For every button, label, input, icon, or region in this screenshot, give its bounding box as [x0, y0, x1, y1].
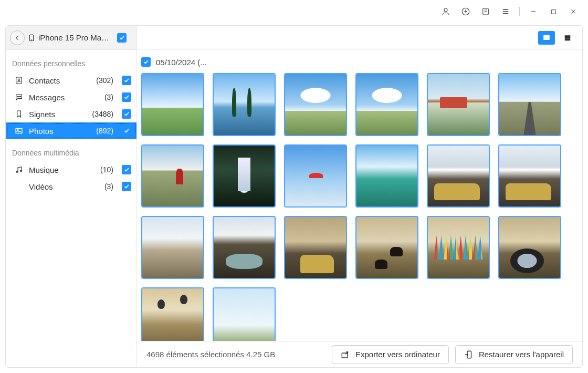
thumbnail-grid: [137, 73, 582, 341]
thumbnail[interactable]: [498, 216, 561, 279]
sidebar-item-photos[interactable]: Photos(892): [6, 122, 136, 139]
thumbnail-image: [499, 74, 560, 135]
thumbnail[interactable]: [284, 216, 347, 279]
thumbnail[interactable]: [141, 216, 204, 279]
messages-icon: [14, 93, 24, 101]
sidebar-item-checkbox[interactable]: [122, 126, 131, 136]
svg-rect-19: [342, 353, 348, 358]
footer: 4698 éléments sélectionnés 4.25 GB Expor…: [137, 341, 582, 367]
sidebar-item-checkbox[interactable]: [122, 165, 131, 174]
sidebar-item-checkbox[interactable]: [122, 92, 131, 102]
thumbnail[interactable]: [427, 144, 490, 208]
list-view-button[interactable]: [559, 31, 576, 45]
sidebar-item-musique[interactable]: Musique(10): [6, 161, 136, 178]
svg-rect-17: [565, 37, 570, 38]
minimize-icon[interactable]: [524, 2, 543, 21]
thumbnail[interactable]: [498, 73, 561, 136]
thumbnail-image: [285, 217, 346, 278]
phone-icon: [28, 33, 35, 43]
feedback-icon[interactable]: [476, 2, 495, 21]
sidebar-item-count: (10): [100, 165, 113, 174]
sidebar-item-checkbox[interactable]: [122, 76, 131, 85]
thumbnail-image: [142, 288, 203, 341]
sidebar-item-vidéos[interactable]: Vidéos(3): [6, 178, 136, 195]
device-name: iPhone 15 Pro Max...: [38, 33, 112, 42]
sidebar-item-messages[interactable]: Messages(3): [6, 89, 136, 106]
selection-status: 4698 éléments sélectionnés 4.25 GB: [146, 350, 326, 359]
thumbnail[interactable]: [427, 216, 490, 279]
svg-rect-18: [565, 39, 570, 40]
photos-icon: [14, 127, 24, 135]
sidebar-item-label: Vidéos: [29, 182, 99, 191]
thumbnail[interactable]: [213, 144, 276, 208]
thumbnail-image: [214, 217, 275, 278]
sidebar: iPhone 15 Pro Max... Données personnelle…: [6, 26, 137, 367]
sidebar-item-count: (892): [96, 127, 113, 135]
svg-point-12: [16, 171, 18, 173]
thumbnail[interactable]: [284, 73, 347, 136]
thumbnail[interactable]: [141, 144, 204, 208]
thumbnail[interactable]: [284, 144, 347, 208]
close-icon[interactable]: [564, 2, 583, 21]
sidebar-item-checkbox[interactable]: [122, 109, 131, 119]
toolbar: [137, 26, 582, 50]
svg-rect-3: [551, 9, 555, 14]
thumbnail[interactable]: [355, 144, 418, 208]
svg-point-9: [20, 96, 20, 97]
thumbnail[interactable]: [213, 287, 276, 341]
thumbnail[interactable]: [427, 73, 490, 136]
user-icon[interactable]: [436, 2, 455, 21]
sidebar-item-count: (3): [104, 182, 113, 191]
thumbnail-image: [214, 74, 275, 135]
contacts-icon: [14, 76, 24, 85]
sidebar-item-contacts[interactable]: Contacts(302): [6, 72, 136, 89]
svg-rect-14: [544, 35, 550, 39]
download-icon[interactable]: [456, 2, 475, 21]
thumbnail-image: [356, 74, 417, 135]
sidebar-item-count: (3488): [92, 110, 113, 118]
section-multimedia-label: Données multimédia: [6, 139, 136, 161]
thumbnail-image: [428, 217, 489, 278]
thumbnail[interactable]: [213, 216, 276, 279]
sidebar-item-label: Messages: [29, 93, 99, 102]
export-label: Exporter vers ordinateur: [355, 350, 440, 359]
svg-point-7: [17, 96, 18, 97]
thumbnail-image: [356, 217, 417, 278]
restore-icon: [464, 350, 474, 359]
sidebar-item-signets[interactable]: Signets(3488): [6, 106, 136, 122]
restore-button[interactable]: Restaurer vers l'appareil: [455, 345, 573, 364]
thumbnail-image: [285, 146, 346, 206]
thumbnail[interactable]: [355, 216, 418, 279]
thumbnail-view-button[interactable]: [538, 31, 555, 45]
thumbnail-image: [428, 74, 489, 135]
thumbnail-image: [499, 217, 560, 278]
thumbnail[interactable]: [355, 73, 418, 136]
app-frame: iPhone 15 Pro Max... Données personnelle…: [5, 25, 583, 368]
maximize-icon[interactable]: [544, 2, 563, 21]
titlebar-separator: [519, 7, 520, 16]
thumbnail-image: [142, 74, 203, 135]
thumbnail[interactable]: [141, 287, 204, 341]
thumbnail[interactable]: [498, 144, 561, 208]
group-header: 05/10/2024 (...: [137, 55, 582, 73]
sidebar-item-checkbox[interactable]: [122, 182, 131, 191]
thumbnail-image: [214, 146, 275, 206]
group-checkbox[interactable]: [141, 57, 151, 67]
sidebar-header: iPhone 15 Pro Max...: [6, 26, 136, 50]
back-button[interactable]: [10, 30, 25, 45]
thumbnail-image: [214, 288, 275, 341]
sidebar-item-label: Contacts: [29, 76, 91, 85]
svg-point-6: [18, 79, 19, 80]
thumbnail[interactable]: [141, 73, 204, 136]
svg-point-0: [444, 8, 447, 12]
thumbnail-image: [428, 146, 489, 206]
section-personal-label: Données personnelles: [6, 50, 136, 72]
main-panel: 05/10/2024 (... 4698 éléments sélectionn…: [137, 26, 582, 367]
export-button[interactable]: Exporter vers ordinateur: [332, 345, 449, 364]
thumbnail-image: [285, 74, 346, 135]
window-titlebar: [0, 0, 588, 23]
export-icon: [341, 350, 350, 359]
menu-icon[interactable]: [496, 2, 515, 21]
thumbnail[interactable]: [213, 73, 276, 136]
device-checkbox[interactable]: [117, 33, 127, 43]
